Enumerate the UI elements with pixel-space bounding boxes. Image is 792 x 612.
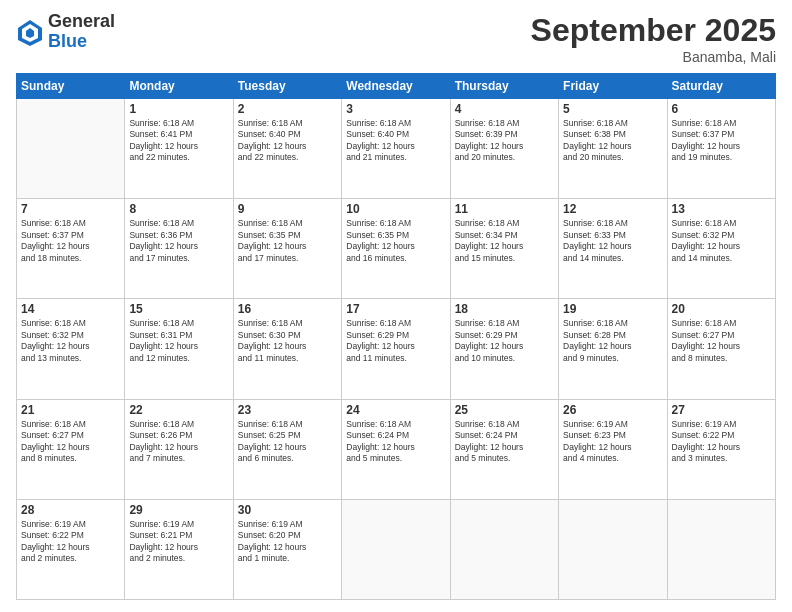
calendar-cell: 5Sunrise: 6:18 AM Sunset: 6:38 PM Daylig… [559,99,667,199]
day-info: Sunrise: 6:18 AM Sunset: 6:24 PM Dayligh… [346,419,445,465]
calendar-cell: 27Sunrise: 6:19 AM Sunset: 6:22 PM Dayli… [667,399,775,499]
calendar-cell: 13Sunrise: 6:18 AM Sunset: 6:32 PM Dayli… [667,199,775,299]
day-info: Sunrise: 6:18 AM Sunset: 6:30 PM Dayligh… [238,318,337,364]
day-info: Sunrise: 6:19 AM Sunset: 6:20 PM Dayligh… [238,519,337,565]
calendar-cell [17,99,125,199]
calendar-cell: 26Sunrise: 6:19 AM Sunset: 6:23 PM Dayli… [559,399,667,499]
day-number: 3 [346,102,445,116]
calendar-cell: 12Sunrise: 6:18 AM Sunset: 6:33 PM Dayli… [559,199,667,299]
calendar-cell: 29Sunrise: 6:19 AM Sunset: 6:21 PM Dayli… [125,499,233,599]
day-number: 20 [672,302,771,316]
calendar-cell: 20Sunrise: 6:18 AM Sunset: 6:27 PM Dayli… [667,299,775,399]
day-info: Sunrise: 6:18 AM Sunset: 6:27 PM Dayligh… [672,318,771,364]
day-number: 12 [563,202,662,216]
logo: General Blue [16,12,115,52]
weekday-header-sunday: Sunday [17,74,125,99]
day-number: 18 [455,302,554,316]
week-row-1: 7Sunrise: 6:18 AM Sunset: 6:37 PM Daylig… [17,199,776,299]
day-number: 22 [129,403,228,417]
day-number: 23 [238,403,337,417]
day-number: 2 [238,102,337,116]
calendar-cell: 28Sunrise: 6:19 AM Sunset: 6:22 PM Dayli… [17,499,125,599]
day-number: 6 [672,102,771,116]
day-number: 11 [455,202,554,216]
day-info: Sunrise: 6:18 AM Sunset: 6:33 PM Dayligh… [563,218,662,264]
day-info: Sunrise: 6:18 AM Sunset: 6:32 PM Dayligh… [21,318,120,364]
calendar-cell: 17Sunrise: 6:18 AM Sunset: 6:29 PM Dayli… [342,299,450,399]
weekday-header-tuesday: Tuesday [233,74,341,99]
day-number: 7 [21,202,120,216]
calendar-cell: 8Sunrise: 6:18 AM Sunset: 6:36 PM Daylig… [125,199,233,299]
logo-text: General Blue [48,12,115,52]
weekday-header-monday: Monday [125,74,233,99]
day-number: 8 [129,202,228,216]
calendar-cell [559,499,667,599]
day-info: Sunrise: 6:18 AM Sunset: 6:40 PM Dayligh… [238,118,337,164]
day-number: 26 [563,403,662,417]
calendar-cell: 21Sunrise: 6:18 AM Sunset: 6:27 PM Dayli… [17,399,125,499]
day-info: Sunrise: 6:18 AM Sunset: 6:36 PM Dayligh… [129,218,228,264]
day-info: Sunrise: 6:18 AM Sunset: 6:41 PM Dayligh… [129,118,228,164]
day-number: 25 [455,403,554,417]
day-info: Sunrise: 6:18 AM Sunset: 6:29 PM Dayligh… [346,318,445,364]
day-info: Sunrise: 6:18 AM Sunset: 6:28 PM Dayligh… [563,318,662,364]
logo-blue-text: Blue [48,32,115,52]
day-info: Sunrise: 6:18 AM Sunset: 6:35 PM Dayligh… [346,218,445,264]
day-info: Sunrise: 6:18 AM Sunset: 6:35 PM Dayligh… [238,218,337,264]
week-row-2: 14Sunrise: 6:18 AM Sunset: 6:32 PM Dayli… [17,299,776,399]
weekday-header-thursday: Thursday [450,74,558,99]
day-info: Sunrise: 6:18 AM Sunset: 6:37 PM Dayligh… [21,218,120,264]
calendar-cell: 23Sunrise: 6:18 AM Sunset: 6:25 PM Dayli… [233,399,341,499]
day-number: 15 [129,302,228,316]
day-info: Sunrise: 6:18 AM Sunset: 6:26 PM Dayligh… [129,419,228,465]
day-number: 14 [21,302,120,316]
day-info: Sunrise: 6:18 AM Sunset: 6:37 PM Dayligh… [672,118,771,164]
location: Banamba, Mali [531,49,776,65]
day-number: 16 [238,302,337,316]
day-info: Sunrise: 6:18 AM Sunset: 6:24 PM Dayligh… [455,419,554,465]
calendar-cell [450,499,558,599]
calendar-cell: 10Sunrise: 6:18 AM Sunset: 6:35 PM Dayli… [342,199,450,299]
logo-general-text: General [48,12,115,32]
calendar-cell: 11Sunrise: 6:18 AM Sunset: 6:34 PM Dayli… [450,199,558,299]
day-number: 17 [346,302,445,316]
day-number: 4 [455,102,554,116]
day-info: Sunrise: 6:19 AM Sunset: 6:21 PM Dayligh… [129,519,228,565]
calendar-cell: 25Sunrise: 6:18 AM Sunset: 6:24 PM Dayli… [450,399,558,499]
day-number: 9 [238,202,337,216]
weekday-header-row: SundayMondayTuesdayWednesdayThursdayFrid… [17,74,776,99]
logo-icon [16,18,44,46]
day-info: Sunrise: 6:18 AM Sunset: 6:39 PM Dayligh… [455,118,554,164]
day-info: Sunrise: 6:18 AM Sunset: 6:27 PM Dayligh… [21,419,120,465]
calendar-cell [667,499,775,599]
day-info: Sunrise: 6:18 AM Sunset: 6:34 PM Dayligh… [455,218,554,264]
day-info: Sunrise: 6:19 AM Sunset: 6:22 PM Dayligh… [672,419,771,465]
day-number: 13 [672,202,771,216]
day-number: 29 [129,503,228,517]
calendar-cell [342,499,450,599]
day-info: Sunrise: 6:18 AM Sunset: 6:29 PM Dayligh… [455,318,554,364]
day-number: 5 [563,102,662,116]
calendar-cell: 3Sunrise: 6:18 AM Sunset: 6:40 PM Daylig… [342,99,450,199]
day-info: Sunrise: 6:18 AM Sunset: 6:25 PM Dayligh… [238,419,337,465]
day-number: 30 [238,503,337,517]
day-info: Sunrise: 6:18 AM Sunset: 6:38 PM Dayligh… [563,118,662,164]
calendar-cell: 14Sunrise: 6:18 AM Sunset: 6:32 PM Dayli… [17,299,125,399]
day-number: 28 [21,503,120,517]
header: General Blue September 2025 Banamba, Mal… [16,12,776,65]
week-row-0: 1Sunrise: 6:18 AM Sunset: 6:41 PM Daylig… [17,99,776,199]
day-number: 24 [346,403,445,417]
calendar-cell: 24Sunrise: 6:18 AM Sunset: 6:24 PM Dayli… [342,399,450,499]
day-number: 1 [129,102,228,116]
calendar-cell: 22Sunrise: 6:18 AM Sunset: 6:26 PM Dayli… [125,399,233,499]
day-info: Sunrise: 6:18 AM Sunset: 6:32 PM Dayligh… [672,218,771,264]
calendar-table: SundayMondayTuesdayWednesdayThursdayFrid… [16,73,776,600]
week-row-3: 21Sunrise: 6:18 AM Sunset: 6:27 PM Dayli… [17,399,776,499]
day-info: Sunrise: 6:19 AM Sunset: 6:23 PM Dayligh… [563,419,662,465]
calendar-cell: 4Sunrise: 6:18 AM Sunset: 6:39 PM Daylig… [450,99,558,199]
day-number: 10 [346,202,445,216]
day-number: 27 [672,403,771,417]
title-block: September 2025 Banamba, Mali [531,12,776,65]
calendar-cell: 6Sunrise: 6:18 AM Sunset: 6:37 PM Daylig… [667,99,775,199]
calendar-cell: 19Sunrise: 6:18 AM Sunset: 6:28 PM Dayli… [559,299,667,399]
